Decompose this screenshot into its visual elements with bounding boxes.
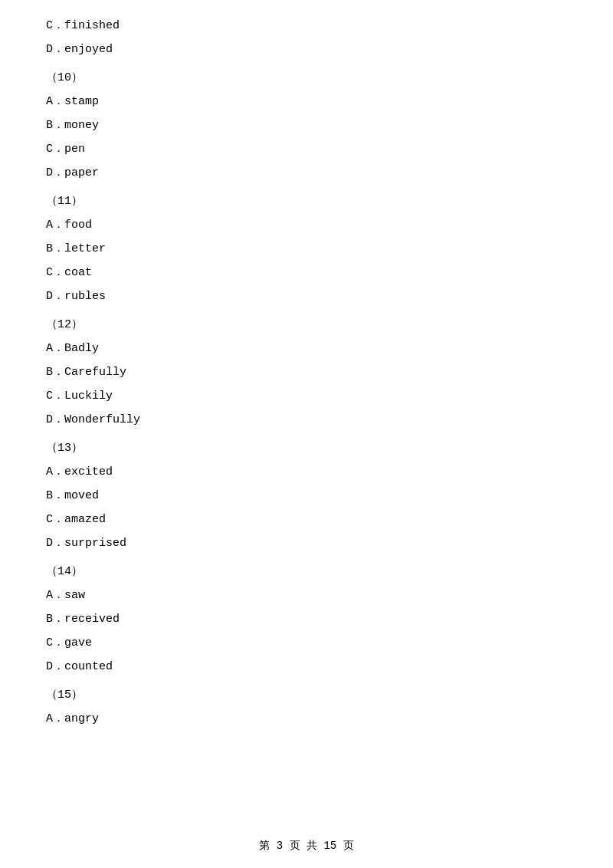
answer-option: D．enjoyed [46,39,567,60]
answer-option: C．gave [46,633,567,653]
question-number-6: （15） [46,685,567,705]
answer-option: A．excited [46,462,567,482]
question-number-2: （11） [46,191,567,212]
answer-option: B．moved [46,485,567,506]
answer-option: D．rubles [46,286,567,307]
answer-option: C．Luckily [46,386,567,406]
question-number-4: （13） [46,438,567,459]
question-number-5: （14） [46,561,567,582]
answer-option: C．finished [46,15,567,36]
question-number-3: （12） [46,314,567,335]
answer-option: D．Wonderfully [46,409,567,430]
answer-option: A．food [46,215,567,235]
answer-option: D．paper [46,163,567,183]
answer-option: B．money [46,115,567,136]
answer-option: A．Badly [46,338,567,359]
answer-option: C．coat [46,262,567,283]
footer-text: 第 3 页 共 15 页 [259,840,353,852]
answer-option: A．saw [46,585,567,606]
question-number-1: （10） [46,67,567,88]
answer-option: D．surprised [46,533,567,554]
answer-option: A．stamp [46,91,567,112]
page-footer: 第 3 页 共 15 页 [0,839,613,853]
answer-option: B．Carefully [46,362,567,383]
answer-option: C．pen [46,139,567,159]
answer-option: B．letter [46,238,567,259]
answer-option: A．angry [46,709,567,729]
main-content: C．finishedD．enjoyed（10）A．stampB．moneyC．p… [0,0,613,778]
answer-option: C．amazed [46,509,567,530]
answer-option: B．received [46,609,567,630]
answer-option: D．counted [46,656,567,677]
